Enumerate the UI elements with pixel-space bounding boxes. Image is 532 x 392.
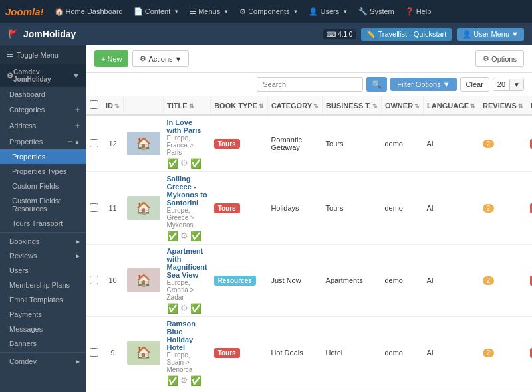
res-tours-cell: - + — [527, 317, 532, 389]
user-icon: 👤 — [462, 30, 471, 39]
book-type-cell: Resources — [211, 389, 268, 393]
actions-button[interactable]: ⚙ Actions ▼ — [132, 50, 189, 67]
row-checkbox[interactable] — [90, 348, 98, 357]
plus-icon[interactable]: + — [75, 121, 80, 130]
sidebar-item-bookings[interactable]: Bookings ▶ — [0, 234, 86, 248]
sidebar-item-properties-types[interactable]: Properties Types — [0, 164, 86, 179]
nav-system[interactable]: 🔧 System — [354, 0, 398, 23]
sort-icon[interactable]: ⇅ — [372, 103, 378, 110]
sort-icon[interactable]: ⇅ — [518, 103, 523, 110]
sidebar-item-email-templates[interactable]: Email Templates — [0, 292, 86, 307]
language-cell: All — [424, 317, 479, 389]
property-title-link[interactable]: Apartment with Magnificent Sea View — [167, 247, 207, 279]
nav-home-dashboard[interactable]: 🏠 Home Dashboard — [51, 0, 127, 23]
new-button[interactable]: + New — [94, 50, 128, 67]
sidebar-item-reviews[interactable]: Reviews ▶ — [0, 248, 86, 263]
chevron-down-icon: ▼ — [511, 30, 519, 38]
filter-options-button[interactable]: Filter Options ▼ — [390, 78, 456, 91]
sidebar-item-custom-fields[interactable]: Custom Fields — [0, 179, 86, 193]
search-button[interactable]: 🔍 — [366, 77, 387, 92]
clear-button[interactable]: Clear — [460, 77, 489, 92]
status-published-icon[interactable]: ✅ — [167, 375, 178, 386]
status-featured-icon[interactable]: ⚙ — [180, 375, 188, 386]
main-layout: ☰ Toggle Menu ⚙ Comdev JomHoliday ▼ Dash… — [0, 45, 532, 392]
sort-icon[interactable]: ⇅ — [189, 103, 194, 110]
status-published-icon[interactable]: ✅ — [167, 303, 178, 314]
image-icon: 🏠 — [136, 273, 151, 288]
users-icon: 👤 — [309, 7, 318, 16]
table-row: 8 🏠 Luxury apartment in Antico Borgo Tos… — [86, 389, 532, 393]
content-icon: 📄 — [134, 7, 143, 16]
toggle-menu-button[interactable]: ☰ Toggle Menu — [0, 45, 86, 64]
property-location: Europe, Croatia > Zadar — [167, 279, 207, 301]
sidebar-item-properties-sub[interactable]: Properties — [0, 149, 86, 164]
nav-users[interactable]: 👤 Users ▼ — [305, 0, 352, 23]
image-icon: 🏠 — [136, 201, 151, 215]
nav-content[interactable]: 📄 Content ▼ — [130, 0, 183, 23]
status-featured-icon[interactable]: ⚙ — [180, 231, 188, 241]
sidebar-item-comdev[interactable]: Comdev ▶ — [0, 354, 86, 369]
sidebar-item-messages[interactable]: Messages — [0, 322, 86, 336]
nav-components[interactable]: ⚙ Components ▼ — [235, 0, 302, 23]
property-title-cell: Ramson Blue Holiday Hotel Europe, Spain … — [164, 317, 211, 389]
second-bar-right: ⌨ 4.1.0 ✏️ Travellist - Quickstart 👤 Use… — [323, 28, 524, 41]
status-approved-icon[interactable]: ✅ — [190, 303, 201, 314]
sidebar-item-users[interactable]: Users — [0, 263, 86, 278]
user-menu-button[interactable]: 👤 User Menu ▼ — [457, 28, 524, 41]
sidebar-item-banners[interactable]: Banners — [0, 336, 86, 351]
sort-icon[interactable]: ⇅ — [470, 103, 475, 110]
property-title-link[interactable]: Ramson Blue Holiday Hotel — [167, 320, 207, 351]
search-input[interactable] — [257, 77, 363, 92]
business-type-cell: Tours — [323, 115, 382, 172]
language-cell: All — [424, 245, 479, 317]
book-type-badge: Tours — [214, 348, 240, 358]
plus-icon[interactable]: + — [75, 105, 80, 114]
status-published-icon[interactable]: ✅ — [167, 231, 178, 241]
properties-table-container: ID⇅ TITLE⇅ BOOK TYPE⇅ CATEGORY⇅ BUSINESS… — [86, 96, 532, 392]
per-page-dropdown[interactable]: ▼ — [509, 79, 523, 90]
sidebar-item-properties[interactable]: Properties + ▲ — [0, 134, 86, 149]
sort-icon[interactable]: ⇅ — [313, 103, 319, 110]
actions-icon: ⚙ — [140, 54, 146, 63]
sidebar-section-comdev[interactable]: ⚙ Comdev JomHoliday ▼ — [0, 64, 86, 87]
plus-icon[interactable]: + — [68, 137, 72, 146]
property-id: 8 — [102, 389, 124, 393]
select-all-checkbox[interactable] — [90, 100, 98, 109]
property-title-link[interactable]: Sailing Greece - Mykonos to Santorini — [167, 175, 207, 207]
property-title-link[interactable]: In Love with Paris — [167, 118, 207, 134]
chevron-down-icon: ▼ — [443, 80, 450, 88]
sidebar-item-categories[interactable]: Categories + — [0, 102, 86, 118]
options-button[interactable]: ⚙ Options — [475, 50, 524, 67]
status-featured-icon[interactable]: ⚙ — [180, 303, 188, 314]
sort-icon[interactable]: ⇅ — [414, 103, 420, 110]
row-checkbox[interactable] — [90, 203, 98, 212]
sidebar-item-payments[interactable]: Payments — [0, 307, 86, 322]
sidebar-item-dashboard[interactable]: Dashboard — [0, 87, 86, 102]
property-location: Europe, France > Paris — [167, 134, 207, 156]
help-icon: ❓ — [405, 7, 414, 16]
nav-help[interactable]: ❓ Help — [401, 0, 436, 23]
menu-icon: ☰ — [7, 50, 13, 59]
image-icon: 🏠 — [136, 345, 151, 360]
sort-icon[interactable]: ⇅ — [114, 103, 120, 110]
owner-cell: demo — [381, 389, 423, 393]
status-approved-icon[interactable]: ✅ — [190, 231, 201, 241]
system-icon: 🔧 — [358, 7, 368, 16]
status-approved-icon[interactable]: ✅ — [190, 375, 201, 386]
sort-icon[interactable]: ⇅ — [259, 103, 264, 110]
nav-menus[interactable]: ☰ Menus ▼ — [186, 0, 233, 23]
status-approved-icon[interactable]: ✅ — [190, 158, 201, 169]
row-checkbox[interactable] — [90, 139, 98, 147]
components-icon: ⚙ — [239, 7, 246, 16]
category-cell: Just Now — [267, 245, 322, 317]
sidebar-item-tours-transport[interactable]: Tours Transport — [0, 216, 86, 231]
sidebar-item-custom-fields-resources[interactable]: Custom Fields: Resources — [0, 193, 86, 216]
content-header: + New ⚙ Actions ▼ ⚙ Options — [86, 45, 532, 73]
status-published-icon[interactable]: ✅ — [167, 158, 178, 169]
sidebar-item-address[interactable]: Address + — [0, 118, 86, 134]
quickstart-button[interactable]: ✏️ Travellist - Quickstart — [361, 28, 452, 41]
business-type-cell: Apartments — [323, 389, 382, 393]
row-checkbox[interactable] — [90, 276, 98, 284]
status-featured-icon[interactable]: ⚙ — [180, 158, 188, 169]
sidebar-item-membership[interactable]: Membership Plans — [0, 278, 86, 292]
